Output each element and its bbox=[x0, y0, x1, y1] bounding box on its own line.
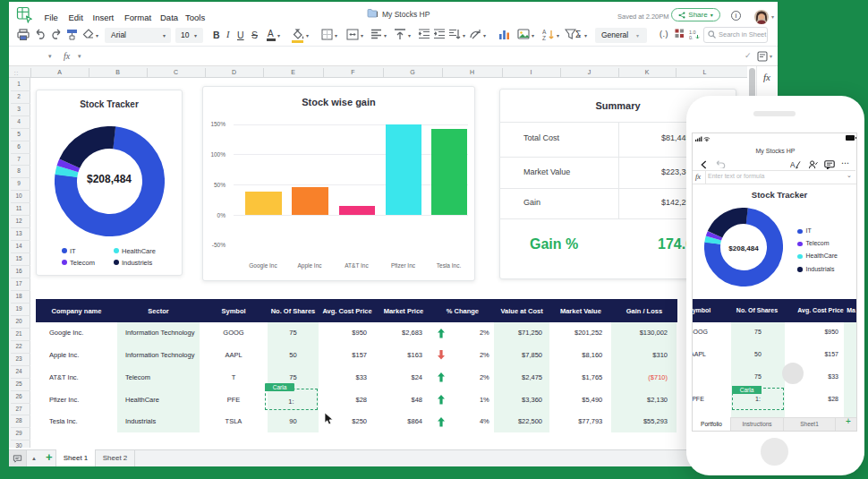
svg-text:A: A bbox=[790, 161, 796, 169]
svg-text:Z: Z bbox=[542, 35, 546, 40]
svg-text:A: A bbox=[542, 29, 547, 35]
svg-text:0.: 0. bbox=[689, 35, 694, 40]
